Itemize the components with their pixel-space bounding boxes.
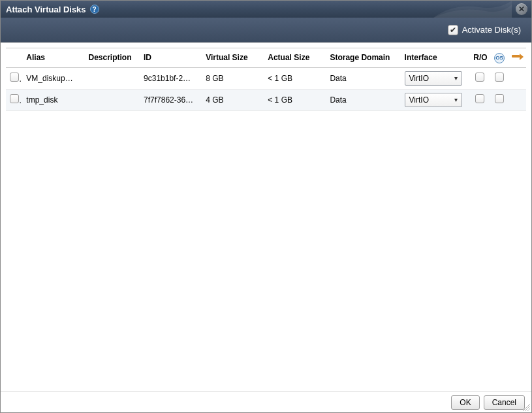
cell-actual-size: < 1 GB <box>264 89 326 110</box>
row-select-checkbox[interactable] <box>10 94 19 103</box>
col-readonly[interactable]: R/O <box>469 48 490 68</box>
cell-id: 7f7f7862-36… <box>140 89 202 110</box>
os-checkbox[interactable] <box>495 94 504 103</box>
cell-alias: VM_diskup… <box>22 67 84 89</box>
col-os: OS <box>490 48 508 68</box>
col-interface[interactable]: Interface <box>401 48 470 68</box>
chevron-down-icon: ▾ <box>454 96 458 103</box>
activate-disks-label: Activate Disk(s) <box>462 25 521 35</box>
content-area: Alias Description ID Virtual Size Actual… <box>1 42 531 391</box>
cell-description <box>84 89 140 110</box>
readonly-checkbox[interactable] <box>475 94 484 103</box>
table-row[interactable]: VM_diskup… 9c31b1bf-2… 8 GB < 1 GB Data … <box>6 67 526 89</box>
titlebar-decoration <box>433 1 512 18</box>
close-icon: ✕ <box>518 5 525 14</box>
cancel-button[interactable]: Cancel <box>484 395 525 410</box>
os-checkbox[interactable] <box>495 73 504 82</box>
boot-arrow-icon <box>512 54 524 60</box>
footer: OK Cancel <box>1 391 531 412</box>
table-body: VM_diskup… 9c31b1bf-2… 8 GB < 1 GB Data … <box>6 67 526 110</box>
col-description[interactable]: Description <box>84 48 140 68</box>
interface-value: VirtIO <box>409 95 429 105</box>
cell-virtual-size: 4 GB <box>202 89 264 110</box>
close-button[interactable]: ✕ <box>516 3 527 15</box>
col-storage-domain[interactable]: Storage Domain <box>326 48 400 68</box>
cell-virtual-size: 8 GB <box>202 67 264 89</box>
chevron-down-icon: ▾ <box>454 74 458 82</box>
cell-id: 9c31b1bf-2… <box>140 67 202 89</box>
table-header: Alias Description ID Virtual Size Actual… <box>6 48 526 68</box>
interface-select[interactable]: VirtIO ▾ <box>405 93 462 107</box>
col-id[interactable]: ID <box>140 48 202 68</box>
cell-description <box>84 67 140 89</box>
disks-table: Alias Description ID Virtual Size Actual… <box>6 48 526 111</box>
ok-button[interactable]: OK <box>451 395 479 410</box>
col-actual-size[interactable]: Actual Size <box>264 48 326 68</box>
col-bootable <box>508 48 526 68</box>
resize-grip[interactable] <box>522 403 530 411</box>
col-select <box>6 48 22 68</box>
readonly-checkbox[interactable] <box>475 73 484 82</box>
table-row[interactable]: tmp_disk 7f7f7862-36… 4 GB < 1 GB Data V… <box>6 89 526 110</box>
col-virtual-size[interactable]: Virtual Size <box>202 48 264 68</box>
activate-disks-toggle[interactable]: ✔ Activate Disk(s) <box>448 25 521 35</box>
cell-storage-domain: Data <box>326 67 400 89</box>
attach-virtual-disks-dialog: Attach Virtual Disks ? ✕ ✔ Activate Disk… <box>0 0 532 413</box>
os-icon: OS <box>494 53 505 63</box>
dialog-title: Attach Virtual Disks <box>6 5 86 14</box>
cell-actual-size: < 1 GB <box>264 67 326 89</box>
titlebar: Attach Virtual Disks ? ✕ <box>1 1 531 18</box>
col-alias[interactable]: Alias <box>22 48 84 68</box>
interface-value: VirtIO <box>409 74 429 83</box>
toolbar: ✔ Activate Disk(s) <box>1 18 531 42</box>
row-select-checkbox[interactable] <box>10 73 19 82</box>
cell-storage-domain: Data <box>326 89 400 110</box>
checkbox-checked-icon: ✔ <box>448 25 458 35</box>
cell-alias: tmp_disk <box>22 89 84 110</box>
interface-select[interactable]: VirtIO ▾ <box>405 71 462 86</box>
help-icon[interactable]: ? <box>90 5 99 14</box>
